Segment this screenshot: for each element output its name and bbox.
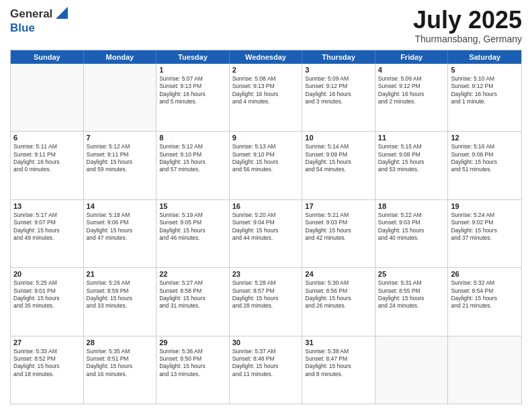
day-info: Sunrise: 5:31 AM Sunset: 8:55 PM Dayligh… <box>378 279 445 310</box>
cal-cell: 18Sunrise: 5:22 AM Sunset: 9:03 PM Dayli… <box>375 200 449 267</box>
cal-cell: 9Sunrise: 5:13 AM Sunset: 9:10 PM Daylig… <box>230 132 303 199</box>
cal-cell: 23Sunrise: 5:28 AM Sunset: 8:57 PM Dayli… <box>230 268 303 335</box>
cal-cell: 2Sunrise: 5:08 AM Sunset: 9:13 PM Daylig… <box>230 64 303 131</box>
day-info: Sunrise: 5:30 AM Sunset: 8:56 PM Dayligh… <box>305 279 372 310</box>
day-info: Sunrise: 5:09 AM Sunset: 9:12 PM Dayligh… <box>378 75 445 106</box>
day-number: 8 <box>159 134 226 142</box>
cal-cell: 7Sunrise: 5:12 AM Sunset: 9:11 PM Daylig… <box>84 132 157 199</box>
day-number: 29 <box>159 338 226 347</box>
day-number: 2 <box>232 66 300 74</box>
day-number: 5 <box>451 66 519 74</box>
cal-cell: 5Sunrise: 5:10 AM Sunset: 9:12 PM Daylig… <box>448 64 521 131</box>
day-number: 12 <box>451 134 519 142</box>
day-info: Sunrise: 5:15 AM Sunset: 9:08 PM Dayligh… <box>378 143 445 174</box>
week-row-3: 13Sunrise: 5:17 AM Sunset: 9:07 PM Dayli… <box>11 200 521 268</box>
week-row-2: 6Sunrise: 5:11 AM Sunset: 9:11 PM Daylig… <box>11 132 521 199</box>
header: General Blue July 2025 Thurmansbang, Ger… <box>10 7 522 44</box>
cal-cell <box>375 336 449 404</box>
day-info: Sunrise: 5:14 AM Sunset: 9:09 PM Dayligh… <box>305 143 372 174</box>
calendar-header: SundayMondayTuesdayWednesdayThursdayFrid… <box>11 50 521 64</box>
day-number: 16 <box>232 202 300 210</box>
day-info: Sunrise: 5:27 AM Sunset: 8:58 PM Dayligh… <box>159 279 226 310</box>
day-header-wednesday: Wednesday <box>230 50 303 64</box>
day-number: 31 <box>305 338 372 347</box>
day-info: Sunrise: 5:17 AM Sunset: 9:07 PM Dayligh… <box>13 212 81 242</box>
cal-cell: 30Sunrise: 5:37 AM Sunset: 8:48 PM Dayli… <box>230 336 303 404</box>
cal-cell: 16Sunrise: 5:20 AM Sunset: 9:04 PM Dayli… <box>230 200 303 267</box>
cal-cell: 24Sunrise: 5:30 AM Sunset: 8:56 PM Dayli… <box>302 268 375 335</box>
cal-cell: 11Sunrise: 5:15 AM Sunset: 9:08 PM Dayli… <box>375 132 449 199</box>
cal-cell: 8Sunrise: 5:12 AM Sunset: 9:10 PM Daylig… <box>157 132 230 199</box>
day-info: Sunrise: 5:10 AM Sunset: 9:12 PM Dayligh… <box>451 75 519 106</box>
day-number: 17 <box>305 202 372 210</box>
cal-cell: 1Sunrise: 5:07 AM Sunset: 9:13 PM Daylig… <box>157 64 230 131</box>
day-number: 27 <box>13 338 81 347</box>
day-header-sunday: Sunday <box>11 50 84 64</box>
week-row-1: 1Sunrise: 5:07 AM Sunset: 9:13 PM Daylig… <box>11 64 521 132</box>
title-block: July 2025 Thurmansbang, Germany <box>413 7 522 44</box>
day-number: 28 <box>87 338 154 347</box>
cal-cell: 26Sunrise: 5:32 AM Sunset: 8:54 PM Dayli… <box>448 268 521 335</box>
location: Thurmansbang, Germany <box>413 34 522 44</box>
day-number: 19 <box>451 202 519 210</box>
day-info: Sunrise: 5:13 AM Sunset: 9:10 PM Dayligh… <box>232 143 300 174</box>
svg-marker-0 <box>56 7 68 19</box>
cal-cell: 25Sunrise: 5:31 AM Sunset: 8:55 PM Dayli… <box>375 268 449 335</box>
day-number: 18 <box>378 202 445 210</box>
day-header-tuesday: Tuesday <box>157 50 230 64</box>
day-info: Sunrise: 5:16 AM Sunset: 9:08 PM Dayligh… <box>451 143 519 174</box>
day-number: 22 <box>159 270 226 278</box>
day-info: Sunrise: 5:21 AM Sunset: 9:03 PM Dayligh… <box>305 212 372 242</box>
day-header-thursday: Thursday <box>302 50 375 64</box>
day-number: 24 <box>305 270 372 278</box>
week-row-4: 20Sunrise: 5:25 AM Sunset: 9:01 PM Dayli… <box>11 268 521 336</box>
day-number: 25 <box>378 270 445 278</box>
day-info: Sunrise: 5:12 AM Sunset: 9:11 PM Dayligh… <box>87 143 154 174</box>
cal-cell: 14Sunrise: 5:18 AM Sunset: 9:06 PM Dayli… <box>84 200 157 267</box>
cal-cell: 21Sunrise: 5:26 AM Sunset: 8:59 PM Dayli… <box>84 268 157 335</box>
day-number: 3 <box>305 66 372 74</box>
day-info: Sunrise: 5:24 AM Sunset: 9:02 PM Dayligh… <box>451 212 519 242</box>
day-number: 6 <box>13 134 81 142</box>
day-info: Sunrise: 5:22 AM Sunset: 9:03 PM Dayligh… <box>378 212 445 242</box>
day-info: Sunrise: 5:35 AM Sunset: 8:51 PM Dayligh… <box>87 348 154 379</box>
day-info: Sunrise: 5:18 AM Sunset: 9:06 PM Dayligh… <box>87 212 154 242</box>
cal-cell: 19Sunrise: 5:24 AM Sunset: 9:02 PM Dayli… <box>448 200 521 267</box>
cal-cell: 28Sunrise: 5:35 AM Sunset: 8:51 PM Dayli… <box>84 336 157 404</box>
day-number: 20 <box>13 270 81 278</box>
calendar: SundayMondayTuesdayWednesdayThursdayFrid… <box>10 50 522 404</box>
logo-triangle-icon <box>56 7 68 21</box>
month-title: July 2025 <box>413 7 522 34</box>
cal-cell: 22Sunrise: 5:27 AM Sunset: 8:58 PM Dayli… <box>157 268 230 335</box>
day-number: 11 <box>378 134 445 142</box>
cal-cell: 4Sunrise: 5:09 AM Sunset: 9:12 PM Daylig… <box>375 64 449 131</box>
logo-blue-text: Blue <box>10 21 35 34</box>
cal-cell: 27Sunrise: 5:33 AM Sunset: 8:52 PM Dayli… <box>11 336 84 404</box>
day-number: 14 <box>87 202 154 210</box>
page: General Blue July 2025 Thurmansbang, Ger… <box>0 0 532 411</box>
day-number: 21 <box>87 270 154 278</box>
logo: General Blue <box>10 7 68 35</box>
cal-cell: 10Sunrise: 5:14 AM Sunset: 9:09 PM Dayli… <box>302 132 375 199</box>
day-header-saturday: Saturday <box>448 50 521 64</box>
cal-cell <box>11 64 84 131</box>
calendar-body: 1Sunrise: 5:07 AM Sunset: 9:13 PM Daylig… <box>11 64 521 404</box>
day-info: Sunrise: 5:20 AM Sunset: 9:04 PM Dayligh… <box>232 212 300 242</box>
day-info: Sunrise: 5:19 AM Sunset: 9:05 PM Dayligh… <box>159 212 226 242</box>
day-info: Sunrise: 5:11 AM Sunset: 9:11 PM Dayligh… <box>13 143 81 174</box>
day-info: Sunrise: 5:33 AM Sunset: 8:52 PM Dayligh… <box>13 348 81 379</box>
cal-cell: 12Sunrise: 5:16 AM Sunset: 9:08 PM Dayli… <box>448 132 521 199</box>
day-number: 4 <box>378 66 445 74</box>
day-info: Sunrise: 5:38 AM Sunset: 8:47 PM Dayligh… <box>305 348 372 379</box>
day-info: Sunrise: 5:09 AM Sunset: 9:12 PM Dayligh… <box>305 75 372 106</box>
day-info: Sunrise: 5:36 AM Sunset: 8:50 PM Dayligh… <box>159 348 226 379</box>
day-number: 13 <box>13 202 81 210</box>
cal-cell: 31Sunrise: 5:38 AM Sunset: 8:47 PM Dayli… <box>302 336 375 404</box>
cal-cell: 15Sunrise: 5:19 AM Sunset: 9:05 PM Dayli… <box>157 200 230 267</box>
day-number: 10 <box>305 134 372 142</box>
cal-cell: 20Sunrise: 5:25 AM Sunset: 9:01 PM Dayli… <box>11 268 84 335</box>
logo-general-text: General <box>10 7 52 21</box>
week-row-5: 27Sunrise: 5:33 AM Sunset: 8:52 PM Dayli… <box>11 336 521 404</box>
day-info: Sunrise: 5:12 AM Sunset: 9:10 PM Dayligh… <box>159 143 226 174</box>
cal-cell: 3Sunrise: 5:09 AM Sunset: 9:12 PM Daylig… <box>302 64 375 131</box>
